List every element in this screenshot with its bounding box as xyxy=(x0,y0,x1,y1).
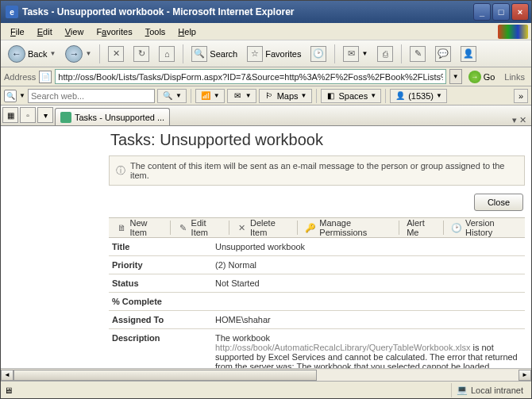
stop-button[interactable]: ✕ xyxy=(104,44,128,64)
menu-view[interactable]: View xyxy=(59,25,91,39)
tab-title: Tasks - Unsupported ... xyxy=(75,113,164,122)
field-value-priority: (2) Normal xyxy=(215,260,522,270)
close-page-button[interactable]: Close xyxy=(474,194,523,211)
tab-favicon xyxy=(60,112,71,123)
discuss-button[interactable]: 💬 xyxy=(431,44,455,64)
new-tab-button[interactable]: ▫ xyxy=(20,107,36,123)
field-label-complete: % Complete xyxy=(112,297,215,306)
maximize-button[interactable]: □ xyxy=(492,3,510,21)
menu-edit[interactable]: Edit xyxy=(31,25,59,39)
field-value-complete xyxy=(215,297,522,306)
edit-button[interactable]: ✎ xyxy=(406,44,430,64)
statusbar: 🖥 💻Local intranet xyxy=(1,381,531,398)
info-icon: ⓘ xyxy=(116,164,125,178)
manage-permissions-button[interactable]: 🔑Manage Permissions xyxy=(300,219,396,236)
scroll-right-button[interactable]: ► xyxy=(519,370,531,381)
menu-tools[interactable]: Tools xyxy=(139,25,172,39)
messenger-button[interactable]: 👤 xyxy=(457,44,480,64)
print-button[interactable]: ⎙ xyxy=(373,44,397,64)
tab-strip: ▦ ▫ ▾ Tasks - Unsupported ... ▾ ✕ xyxy=(1,106,531,126)
maps-button[interactable]: 🏳Maps▼ xyxy=(259,89,312,103)
search-button[interactable]: 🔍Search xyxy=(187,44,241,64)
minimize-button[interactable]: _ xyxy=(473,3,491,21)
mail-toolbar-button[interactable]: ✉▼ xyxy=(227,89,256,103)
field-label-assigned: Assigned To xyxy=(112,315,215,324)
toolbar-chevron[interactable]: » xyxy=(514,89,528,103)
tab-active[interactable]: Tasks - Unsupported ... xyxy=(55,108,170,125)
menubar: File Edit View Favorites Tools Help xyxy=(1,23,531,40)
search-toolbar: 🔍 ▼ 🔍▼ 📶▼ ✉▼ 🏳Maps▼ ◧Spaces▼ 👤(1535)▼ » xyxy=(1,86,531,106)
field-value-description: The workbook http://oss/book/AutomaticRe… xyxy=(215,333,522,368)
content-area: Tasks: Unsupported workbook ⓘ The conten… xyxy=(1,126,531,368)
favorites-button[interactable]: ☆Favorites xyxy=(243,44,305,64)
page-icon: 📄 xyxy=(39,71,52,83)
quick-tabs-button[interactable]: ▦ xyxy=(2,107,18,123)
horizontal-scrollbar[interactable]: ◄ ► xyxy=(1,368,531,381)
forward-button[interactable]: →▼ xyxy=(61,44,95,64)
menu-favorites[interactable]: Favorites xyxy=(90,25,138,39)
menu-file[interactable]: File xyxy=(4,25,31,39)
titlebar: e Tasks - Unsupported workbook - Microso… xyxy=(1,1,531,23)
alert-me-button[interactable]: Alert Me xyxy=(402,219,441,236)
field-value-assigned: HOME\shahar xyxy=(215,315,522,324)
item-toolbar: 🗎New Item ✎Edit Item ✕Delete Item 🔑Manag… xyxy=(109,217,525,238)
info-message: ⓘ The content of this item will be sent … xyxy=(109,155,525,186)
navigation-toolbar: ←Back▼ →▼ ✕ ↻ ⌂ 🔍Search ☆Favorites 🕑 ✉▼ … xyxy=(1,40,531,67)
status-icon: 🖥 xyxy=(4,386,13,395)
close-button[interactable]: × xyxy=(511,3,529,21)
back-button[interactable]: ←Back▼ xyxy=(4,44,60,64)
scroll-thumb[interactable] xyxy=(13,370,317,381)
field-value-status: Not Started xyxy=(215,278,522,288)
window-title: Tasks - Unsupported workbook - Microsoft… xyxy=(22,6,473,17)
address-bar: Address 📄 ▼ →Go Links xyxy=(1,67,531,86)
field-label-status: Status xyxy=(112,278,215,288)
mail-button[interactable]: ✉▼ xyxy=(339,44,372,64)
history-button[interactable]: 🕑 xyxy=(306,44,330,64)
tab-close-all[interactable]: ▾ ✕ xyxy=(509,115,530,125)
scroll-left-button[interactable]: ◄ xyxy=(1,370,13,381)
search-provider-icon[interactable]: 🔍 xyxy=(4,90,17,102)
messenger-toolbar-button[interactable]: 👤(1535)▼ xyxy=(390,89,447,103)
go-button[interactable]: →Go xyxy=(465,71,499,83)
edit-item-button[interactable]: ✎Edit Item xyxy=(173,219,226,236)
tab-list-button[interactable]: ▾ xyxy=(37,107,53,123)
field-label-priority: Priority xyxy=(112,260,215,270)
address-label: Address xyxy=(4,72,36,82)
delete-item-button[interactable]: ✕Delete Item xyxy=(232,219,295,236)
field-table: TitleUnsupported workbook Priority(2) No… xyxy=(109,238,525,368)
links-label[interactable]: Links xyxy=(501,72,528,82)
field-value-title: Unsupported workbook xyxy=(215,242,522,251)
app-icon: e xyxy=(6,6,18,18)
status-zone: 💻Local intranet xyxy=(451,383,528,397)
address-input[interactable] xyxy=(55,69,445,84)
spaces-button[interactable]: ◧Spaces▼ xyxy=(321,89,382,103)
field-label-title: Title xyxy=(112,242,215,251)
search-go-button[interactable]: 🔍▼ xyxy=(157,89,187,103)
menu-help[interactable]: Help xyxy=(172,25,202,39)
refresh-button[interactable]: ↻ xyxy=(129,44,153,64)
field-label-description: Description xyxy=(112,333,215,368)
address-dropdown[interactable]: ▼ xyxy=(449,69,462,84)
new-item-button[interactable]: 🗎New Item xyxy=(112,219,168,236)
version-history-button[interactable]: 🕑Version History xyxy=(446,219,522,236)
home-button[interactable]: ⌂ xyxy=(155,44,179,64)
page-title: Tasks: Unsupported workbook xyxy=(102,126,531,155)
feeds-button[interactable]: 📶▼ xyxy=(195,89,225,103)
windows-logo-icon xyxy=(498,25,528,39)
search-input[interactable] xyxy=(28,89,155,103)
